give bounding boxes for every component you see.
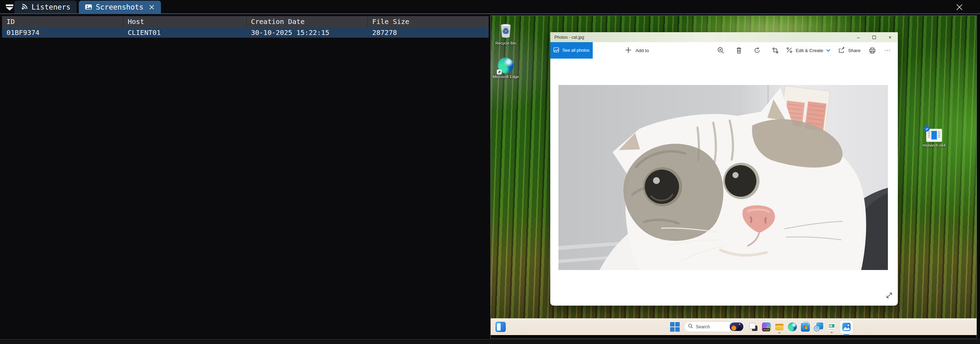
start-button[interactable] <box>670 322 680 332</box>
desktop-icon-monarch-x64[interactable]: monarch.x64 <box>918 129 950 148</box>
desktop-icon-microsoft-edge[interactable]: ↗ Microsoft Edge <box>490 57 522 80</box>
fullscreen-expand-icon[interactable] <box>885 291 893 299</box>
tab-label: Listeners <box>32 3 70 11</box>
recycle-bin-icon: ♻ <box>498 22 513 40</box>
m365-copilot-button[interactable]: M365 <box>762 322 771 331</box>
table-header-row: ID Host Creation Date File Size <box>2 16 488 27</box>
column-header-host[interactable]: Host <box>123 16 247 27</box>
screenshots-table: ID Host Creation Date File Size 01BF9374… <box>2 16 488 38</box>
running-indicator <box>831 332 833 333</box>
photos-content-area <box>550 59 898 306</box>
windows-taskbar: Search M365 <box>491 318 977 335</box>
add-to-button[interactable]: Add to <box>625 46 649 54</box>
tab-close-icon[interactable] <box>149 4 155 10</box>
crop-icon[interactable] <box>769 44 781 57</box>
photos-gallery-icon <box>554 47 559 54</box>
m365-copilot-icon: M365 <box>762 322 771 331</box>
photos-app-window: Photos - cat.jpg – × See all photos <box>550 32 898 306</box>
application-window: Listeners Screenshots ID Host Creation D… <box>0 0 980 344</box>
plus-icon <box>625 46 632 54</box>
edit-create-button[interactable]: Edit & Create <box>783 46 833 54</box>
search-highlight-thumbnail <box>730 322 743 331</box>
maximize-icon <box>872 36 876 39</box>
column-header-file-size[interactable]: File Size <box>368 16 488 27</box>
chevron-down-icon <box>6 7 13 11</box>
file-explorer-button[interactable] <box>775 322 784 331</box>
more-options-button[interactable]: ··· <box>881 44 894 57</box>
notepad-icon <box>827 322 836 331</box>
tab-strip: Listeners Screenshots <box>14 1 161 13</box>
dropdown-bar-icon <box>6 5 13 6</box>
photo-tools <box>714 42 781 59</box>
outlook-button[interactable]: O <box>814 322 823 331</box>
print-icon[interactable] <box>866 44 878 57</box>
photos-app-button[interactable] <box>840 320 853 333</box>
delete-icon[interactable] <box>733 44 745 57</box>
check-badge-icon <box>924 126 930 132</box>
edge-button[interactable] <box>788 322 797 331</box>
shortcut-arrow-icon: ↗ <box>497 70 502 74</box>
share-button[interactable]: Share <box>836 46 863 54</box>
active-app-indicator <box>844 334 849 335</box>
tab-bar: Listeners Screenshots <box>0 0 980 14</box>
desktop-icon-label: monarch.x64 <box>923 143 945 148</box>
desktop-icon-label: Recycle Bin <box>495 41 516 46</box>
status-strip <box>0 339 980 344</box>
share-icon <box>838 46 845 54</box>
widgets-icon[interactable] <box>495 322 506 332</box>
photos-toolbar-right: Edit & Create Share ··· <box>783 42 894 59</box>
column-header-id[interactable]: ID <box>2 16 123 27</box>
running-indicator <box>778 332 780 333</box>
rotate-icon[interactable] <box>751 44 763 57</box>
window-controls: – × <box>851 32 898 42</box>
zoom-icon[interactable] <box>714 44 727 57</box>
search-placeholder: Search <box>696 324 727 329</box>
photos-toolbar: See all photos Add to <box>550 42 898 59</box>
taskbar-search-box[interactable]: Search <box>684 322 745 332</box>
photos-title-bar[interactable]: Photos - cat.jpg – × <box>550 32 898 42</box>
radar-icon <box>21 3 28 11</box>
photos-app-icon <box>840 320 853 333</box>
window-title: Photos - cat.jpg <box>554 35 584 40</box>
edge-icon: ↗ <box>498 57 514 73</box>
microsoft-store-button[interactable] <box>801 322 810 332</box>
task-view-icon <box>749 322 758 331</box>
close-button[interactable]: × <box>882 32 898 42</box>
executable-icon <box>926 129 942 142</box>
desktop-icon-recycle-bin[interactable]: ♻ Recycle Bin <box>490 22 522 46</box>
svg-text:♻: ♻ <box>502 27 509 35</box>
panel-close-button[interactable] <box>955 3 964 12</box>
cell-id: 01BF9374 <box>2 27 123 38</box>
cell-creation-date: 30-10-2025 15:22:15 <box>247 27 368 38</box>
task-view-button[interactable] <box>749 322 758 331</box>
see-all-photos-button[interactable]: See all photos <box>550 42 593 59</box>
tab-listeners[interactable]: Listeners <box>14 1 77 13</box>
windows-logo-icon <box>670 322 680 332</box>
file-explorer-icon <box>775 322 784 331</box>
cat-photo <box>558 85 888 270</box>
tab-label: Screenshots <box>96 3 143 11</box>
table-row-selected[interactable]: 01BF9374 CLIENT01 30-10-2025 15:22:15 28… <box>2 27 488 38</box>
chevron-down-icon <box>826 48 830 53</box>
edit-create-icon <box>786 46 793 54</box>
store-icon <box>801 323 810 332</box>
search-icon <box>688 323 693 330</box>
tab-screenshots[interactable]: Screenshots <box>79 1 161 13</box>
image-icon <box>85 3 92 11</box>
notepad-button[interactable] <box>827 322 836 331</box>
outlook-icon: O <box>814 322 823 331</box>
cell-file-size: 287278 <box>368 27 488 38</box>
maximize-button[interactable] <box>866 32 882 42</box>
minimize-button[interactable]: – <box>851 32 866 42</box>
taskbar-center: Search M365 <box>670 318 853 335</box>
edge-icon <box>788 322 797 331</box>
screenshot-preview-panel: ♻ Recycle Bin ↗ Microsoft Edge monarch.x… <box>490 16 977 339</box>
column-header-creation-date[interactable]: Creation Date <box>247 16 368 27</box>
desktop-icon-label: Microsoft Edge <box>493 75 519 80</box>
cell-host: CLIENT01 <box>123 27 247 38</box>
